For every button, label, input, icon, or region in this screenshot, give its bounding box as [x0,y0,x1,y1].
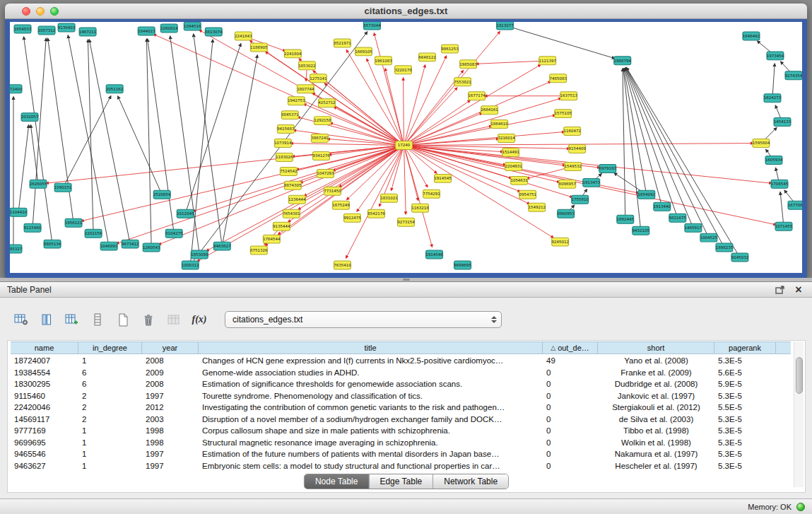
cell-outde[interactable]: 0 [543,414,598,426]
cell-year[interactable]: 1998 [142,425,199,437]
network-node[interactable]: 8954751 [519,190,536,199]
network-node[interactable]: 1853090 [191,250,208,259]
network-node[interactable]: 8104275 [165,229,183,238]
network-node[interactable]: 1549532 [564,162,581,170]
network-node[interactable]: 1465917 [685,223,702,232]
network-node[interactable]: 1914546 [425,250,443,259]
table-row[interactable]: 969969511998Structural magnetic resonanc… [11,437,791,449]
network-node[interactable]: 1183026 [276,153,293,161]
network-node[interactable]: 1961083 [375,57,392,65]
network-node[interactable]: 1047293 [317,169,334,177]
cell-title[interactable]: Estimation of the future numbers of pati… [199,448,543,460]
cell-title[interactable]: Investigating the contribution of common… [199,402,543,414]
cell-pagerank[interactable]: 5.9E-5 [714,378,776,390]
network-node[interactable]: 1677064 [788,201,802,209]
cell-pagerank[interactable]: 5.6E-5 [714,367,776,379]
cell-short[interactable]: Tibbo et al. (1998) [598,425,714,437]
table-row[interactable]: 1938455462009Genome-wide association stu… [11,367,791,379]
cell-year[interactable]: 2009 [142,367,199,379]
network-node[interactable]: 1637513 [560,92,577,100]
cell-pagerank[interactable]: 5.3E-5 [714,414,776,426]
cell-indegree[interactable]: 1 [78,448,142,460]
network-canvas[interactable]: 1724022418041853022127514118077441942753… [10,22,802,273]
column-header-short[interactable]: short [598,342,714,354]
cell-name[interactable]: 9777169 [11,425,78,437]
show-columns-icon[interactable] [37,310,57,329]
network-node[interactable]: 1260543 [143,243,160,252]
cell-year[interactable]: 2012 [142,402,199,414]
network-node[interactable]: 2520654 [153,190,171,199]
network-node[interactable]: 1121397 [539,57,556,65]
network-node[interactable]: 1956121 [65,218,82,227]
network-node[interactable]: 8096957 [558,180,576,188]
cell-pagerank[interactable]: 5.3E-5 [714,460,776,472]
network-node[interactable]: 1054631 [510,176,527,185]
delete-icon[interactable] [139,310,158,329]
network-node[interactable]: 1514491 [502,148,519,156]
network-node[interactable]: 1549212 [528,203,545,211]
cell-outde[interactable]: 0 [543,448,598,460]
cell-short[interactable]: Hescheler et al. (1997) [598,460,714,472]
network-node[interactable]: 6648122 [418,53,435,62]
network-node[interactable]: 4252712 [318,99,335,107]
network-node[interactable]: 9115460 [24,223,42,232]
network-node[interactable]: 1073914 [274,139,292,148]
cell-indegree[interactable]: 6 [78,367,142,379]
network-node[interactable]: 9912475 [343,214,361,222]
network-node[interactable]: 8813074 [205,28,223,36]
column-header-pagerank[interactable]: pagerank [714,342,776,354]
column-header-year[interactable]: year [142,342,199,354]
network-node[interactable]: 1646462 [743,32,760,40]
network-window-titlebar[interactable]: citations_edges.txt [5,4,807,19]
cell-name[interactable]: 22420046 [11,402,78,414]
column-header-indegree[interactable]: in_degree [78,342,142,354]
cell-indegree[interactable]: 1 [78,437,142,449]
network-node[interactable]: 9905134 [44,240,61,248]
network-node[interactable]: 1864610 [490,120,508,129]
cell-name[interactable]: 14569117 [11,414,78,426]
cell-pagerank[interactable]: 5.5E-5 [714,402,776,414]
table-mode-icon[interactable] [11,310,31,329]
cell-name[interactable]: 9115460 [11,390,78,402]
network-node[interactable]: 2057312 [38,26,55,35]
network-node[interactable]: 1914545 [434,174,452,182]
network-node[interactable]: 9821675 [669,214,687,222]
network-node[interactable]: 1654833 [14,25,32,33]
network-node[interactable]: 9874305 [284,181,302,189]
network-node[interactable]: 1454133 [774,118,792,127]
network-node[interactable]: 9673412 [122,240,139,248]
cell-outde[interactable]: 0 [543,390,598,402]
network-node[interactable]: 2684161 [481,106,498,115]
cell-name[interactable]: 9699695 [11,437,78,449]
split-handle[interactable] [403,279,410,281]
table-selector-combo[interactable]: citations_edges.txt [225,311,502,328]
network-node[interactable]: 1186905 [250,43,268,52]
network-node[interactable]: 9154409 [568,145,586,153]
network-node[interactable]: 9274354 [785,71,802,80]
cell-indegree[interactable]: 2 [78,390,142,402]
new-file-icon[interactable] [113,310,133,329]
cell-indegree[interactable]: 2 [78,414,142,426]
network-node[interactable]: 7654381 [283,209,300,218]
network-node[interactable]: 1813077 [496,22,514,30]
network-node[interactable]: 2241843 [235,32,252,40]
row-settings-icon[interactable] [88,310,107,329]
cell-short[interactable]: Nakamura et al. (1997) [598,448,714,460]
network-node[interactable]: 7553821 [454,78,471,86]
network-node[interactable]: 8573044 [363,22,381,30]
network-node[interactable]: 2032057 [21,113,39,122]
network-node[interactable]: 2012045 [177,209,194,218]
cell-name[interactable]: 19384554 [11,367,78,379]
cell-outde[interactable]: 0 [543,367,598,379]
cell-indegree[interactable]: 1 [78,460,142,472]
network-node[interactable]: 1275141 [310,74,326,83]
network-node[interactable]: 2202156 [85,229,102,238]
network-node[interactable]: 9135444 [273,222,290,230]
network-node[interactable]: 8542176 [367,209,385,218]
network-node[interactable]: 1654092 [638,190,655,199]
network-node[interactable]: 7485083 [549,74,567,83]
table-row[interactable]: 1830029562008Estimation of significance … [11,378,791,390]
cell-outde[interactable]: 49 [543,355,598,367]
network-node[interactable]: 1008312 [182,261,199,269]
network-node[interactable]: 9273154 [397,218,415,226]
